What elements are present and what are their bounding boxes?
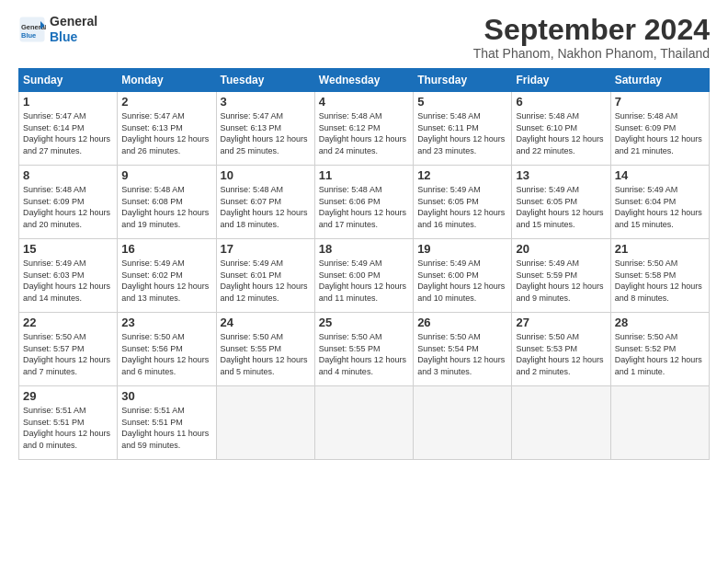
day-info: Sunrise: 5:48 AMSunset: 6:09 PMDaylight … [23,184,113,230]
day-cell [216,386,314,460]
day-cell [610,386,709,460]
day-cell: 28 Sunrise: 5:50 AMSunset: 5:52 PMDaylig… [610,313,709,386]
day-cell: 20 Sunrise: 5:49 AMSunset: 5:59 PMDaylig… [512,239,610,313]
day-cell: 15 Sunrise: 5:49 AMSunset: 6:03 PMDaylig… [19,239,118,313]
day-info: Sunrise: 5:48 AMSunset: 6:11 PMDaylight … [417,110,507,156]
day-cell: 26 Sunrise: 5:50 AMSunset: 5:54 PMDaylig… [414,313,512,386]
header: General Blue General Blue September 2024… [18,14,710,61]
day-info: Sunrise: 5:50 AMSunset: 5:52 PMDaylight … [615,331,705,377]
day-cell: 9 Sunrise: 5:48 AMSunset: 6:08 PMDayligh… [118,166,216,239]
day-number: 12 [417,168,507,182]
day-number: 3 [221,95,311,109]
header-monday: Monday [118,69,216,92]
day-info: Sunrise: 5:48 AMSunset: 6:08 PMDaylight … [121,184,211,230]
header-wednesday: Wednesday [314,69,413,92]
day-number: 20 [516,242,606,256]
month-title: September 2024 [473,14,710,46]
day-cell: 17 Sunrise: 5:49 AMSunset: 6:01 PMDaylig… [216,239,314,313]
day-info: Sunrise: 5:49 AMSunset: 6:04 PMDaylight … [615,184,705,230]
day-cell: 30 Sunrise: 5:51 AMSunset: 5:51 PMDaylig… [118,386,216,460]
day-info: Sunrise: 5:50 AMSunset: 5:58 PMDaylight … [615,258,705,304]
day-cell: 27 Sunrise: 5:50 AMSunset: 5:53 PMDaylig… [512,313,610,386]
day-cell: 11 Sunrise: 5:48 AMSunset: 6:06 PMDaylig… [314,166,413,239]
day-info: Sunrise: 5:51 AMSunset: 5:51 PMDaylight … [121,405,211,451]
day-info: Sunrise: 5:51 AMSunset: 5:51 PMDaylight … [23,405,113,451]
logo-icon: General Blue [18,16,46,43]
calendar-table: SundayMondayTuesdayWednesdayThursdayFrid… [18,68,710,460]
day-number: 28 [615,316,705,329]
day-info: Sunrise: 5:47 AMSunset: 6:13 PMDaylight … [121,110,211,156]
day-info: Sunrise: 5:48 AMSunset: 6:12 PMDaylight … [319,110,409,156]
day-info: Sunrise: 5:50 AMSunset: 5:56 PMDaylight … [121,331,211,377]
week-row-2: 15 Sunrise: 5:49 AMSunset: 6:03 PMDaylig… [19,239,710,313]
day-number: 13 [516,168,606,182]
day-info: Sunrise: 5:49 AMSunset: 6:00 PMDaylight … [319,258,409,304]
day-number: 14 [615,168,705,182]
day-number: 30 [121,389,211,403]
day-number: 7 [615,95,705,109]
day-cell: 18 Sunrise: 5:49 AMSunset: 6:00 PMDaylig… [314,239,413,313]
page: General Blue General Blue September 2024… [0,0,728,563]
header-saturday: Saturday [610,69,709,92]
day-cell: 5 Sunrise: 5:48 AMSunset: 6:11 PMDayligh… [414,92,512,166]
day-cell: 21 Sunrise: 5:50 AMSunset: 5:58 PMDaylig… [610,239,709,313]
day-number: 18 [319,242,409,256]
day-info: Sunrise: 5:49 AMSunset: 6:00 PMDaylight … [417,258,507,304]
day-number: 23 [121,316,211,329]
day-cell: 24 Sunrise: 5:50 AMSunset: 5:55 PMDaylig… [216,313,314,386]
day-number: 15 [23,242,113,256]
day-number: 9 [121,168,211,182]
day-number: 10 [221,168,311,182]
day-cell [414,386,512,460]
day-cell: 12 Sunrise: 5:49 AMSunset: 6:05 PMDaylig… [414,166,512,239]
day-cell: 25 Sunrise: 5:50 AMSunset: 5:55 PMDaylig… [314,313,413,386]
day-number: 2 [121,95,211,109]
header-thursday: Thursday [414,69,512,92]
day-info: Sunrise: 5:49 AMSunset: 6:05 PMDaylight … [417,184,507,230]
day-cell: 2 Sunrise: 5:47 AMSunset: 6:13 PMDayligh… [118,92,216,166]
header-sunday: Sunday [19,69,118,92]
day-cell: 16 Sunrise: 5:49 AMSunset: 6:02 PMDaylig… [118,239,216,313]
day-cell: 22 Sunrise: 5:50 AMSunset: 5:57 PMDaylig… [19,313,118,386]
day-info: Sunrise: 5:48 AMSunset: 6:07 PMDaylight … [221,184,311,230]
subtitle: That Phanom, Nakhon Phanom, Thailand [473,46,710,61]
day-number: 6 [516,95,606,109]
day-number: 27 [516,316,606,329]
title-section: September 2024 That Phanom, Nakhon Phano… [473,14,710,61]
logo: General Blue General Blue [18,14,97,45]
day-info: Sunrise: 5:50 AMSunset: 5:55 PMDaylight … [319,331,409,377]
day-info: Sunrise: 5:48 AMSunset: 6:09 PMDaylight … [615,110,705,156]
week-row-4: 29 Sunrise: 5:51 AMSunset: 5:51 PMDaylig… [19,386,710,460]
day-cell: 14 Sunrise: 5:49 AMSunset: 6:04 PMDaylig… [610,166,709,239]
day-number: 21 [615,242,705,256]
header-tuesday: Tuesday [216,69,314,92]
day-number: 19 [417,242,507,256]
day-number: 24 [221,316,311,329]
day-info: Sunrise: 5:49 AMSunset: 6:05 PMDaylight … [516,184,606,230]
day-cell: 6 Sunrise: 5:48 AMSunset: 6:10 PMDayligh… [512,92,610,166]
day-info: Sunrise: 5:50 AMSunset: 5:55 PMDaylight … [221,331,311,377]
day-info: Sunrise: 5:48 AMSunset: 6:06 PMDaylight … [319,184,409,230]
day-info: Sunrise: 5:50 AMSunset: 5:54 PMDaylight … [417,331,507,377]
logo-text: General Blue [50,14,97,45]
day-cell: 7 Sunrise: 5:48 AMSunset: 6:09 PMDayligh… [610,92,709,166]
day-number: 5 [417,95,507,109]
day-info: Sunrise: 5:50 AMSunset: 5:57 PMDaylight … [23,331,113,377]
day-info: Sunrise: 5:49 AMSunset: 6:03 PMDaylight … [23,258,113,304]
day-number: 11 [319,168,409,182]
day-number: 26 [417,316,507,329]
day-number: 16 [121,242,211,256]
day-info: Sunrise: 5:49 AMSunset: 6:01 PMDaylight … [221,258,311,304]
day-number: 8 [23,168,113,182]
day-cell [314,386,413,460]
day-cell: 10 Sunrise: 5:48 AMSunset: 6:07 PMDaylig… [216,166,314,239]
header-friday: Friday [512,69,610,92]
day-cell: 29 Sunrise: 5:51 AMSunset: 5:51 PMDaylig… [19,386,118,460]
day-cell: 1 Sunrise: 5:47 AMSunset: 6:14 PMDayligh… [19,92,118,166]
day-cell [512,386,610,460]
day-info: Sunrise: 5:48 AMSunset: 6:10 PMDaylight … [516,110,606,156]
day-cell: 3 Sunrise: 5:47 AMSunset: 6:13 PMDayligh… [216,92,314,166]
day-number: 17 [221,242,311,256]
day-info: Sunrise: 5:49 AMSunset: 6:02 PMDaylight … [121,258,211,304]
day-number: 22 [23,316,113,329]
